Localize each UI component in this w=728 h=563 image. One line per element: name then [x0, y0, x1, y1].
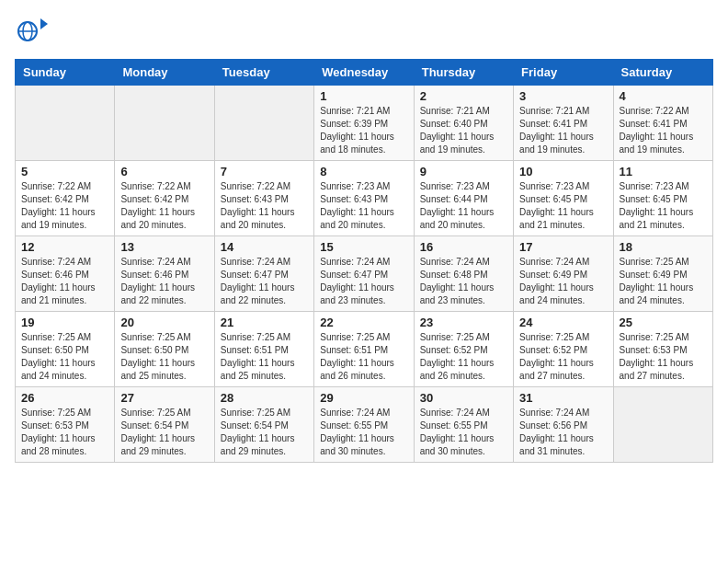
day-cell: 19Sunrise: 7:25 AM Sunset: 6:50 PM Dayli…: [16, 312, 115, 387]
week-row-2: 5Sunrise: 7:22 AM Sunset: 6:42 PM Daylig…: [16, 161, 713, 236]
day-number: 23: [420, 316, 507, 329]
day-cell: [16, 86, 115, 161]
day-cell: 14Sunrise: 7:24 AM Sunset: 6:47 PM Dayli…: [214, 236, 313, 312]
day-number: 25: [620, 316, 707, 329]
day-info: Sunrise: 7:21 AM Sunset: 6:40 PM Dayligh…: [420, 105, 507, 156]
day-cell: 17Sunrise: 7:24 AM Sunset: 6:49 PM Dayli…: [514, 236, 613, 312]
day-number: 13: [120, 240, 208, 254]
day-number: 8: [320, 165, 407, 178]
day-info: Sunrise: 7:22 AM Sunset: 6:41 PM Dayligh…: [620, 105, 707, 156]
day-cell: 21Sunrise: 7:25 AM Sunset: 6:51 PM Dayli…: [214, 312, 313, 387]
day-number: 30: [420, 391, 507, 405]
day-info: Sunrise: 7:24 AM Sunset: 6:47 PM Dayligh…: [221, 256, 308, 307]
day-number: 10: [519, 165, 607, 178]
day-number: 9: [420, 165, 507, 178]
day-info: Sunrise: 7:24 AM Sunset: 6:56 PM Dayligh…: [519, 407, 607, 458]
day-info: Sunrise: 7:24 AM Sunset: 6:49 PM Dayligh…: [519, 256, 607, 307]
day-cell: 16Sunrise: 7:24 AM Sunset: 6:48 PM Dayli…: [414, 236, 513, 312]
day-cell: 4Sunrise: 7:22 AM Sunset: 6:41 PM Daylig…: [613, 86, 712, 161]
day-cell: 20Sunrise: 7:25 AM Sunset: 6:50 PM Dayli…: [115, 312, 214, 387]
day-number: 20: [120, 316, 208, 329]
day-info: Sunrise: 7:23 AM Sunset: 6:43 PM Dayligh…: [320, 180, 407, 232]
header-day-wednesday: Wednesday: [314, 60, 414, 86]
day-info: Sunrise: 7:25 AM Sunset: 6:50 PM Dayligh…: [21, 331, 108, 383]
header-day-sunday: Sunday: [16, 60, 115, 86]
day-info: Sunrise: 7:25 AM Sunset: 6:52 PM Dayligh…: [519, 331, 607, 383]
day-info: Sunrise: 7:23 AM Sunset: 6:44 PM Dayligh…: [420, 180, 507, 232]
day-number: 27: [120, 391, 208, 405]
svg-marker-3: [40, 18, 48, 29]
page-header: [15, 15, 713, 48]
day-number: 4: [620, 89, 707, 103]
day-cell: 11Sunrise: 7:23 AM Sunset: 6:45 PM Dayli…: [613, 161, 712, 236]
day-cell: 26Sunrise: 7:25 AM Sunset: 6:53 PM Dayli…: [16, 387, 115, 463]
header-day-monday: Monday: [115, 60, 214, 86]
day-number: 22: [320, 316, 407, 329]
day-cell: 12Sunrise: 7:24 AM Sunset: 6:46 PM Dayli…: [16, 236, 115, 312]
day-info: Sunrise: 7:21 AM Sunset: 6:39 PM Dayligh…: [320, 105, 407, 156]
day-cell: 15Sunrise: 7:24 AM Sunset: 6:47 PM Dayli…: [314, 236, 414, 312]
day-number: 6: [120, 165, 208, 178]
day-info: Sunrise: 7:25 AM Sunset: 6:49 PM Dayligh…: [620, 256, 707, 307]
day-info: Sunrise: 7:25 AM Sunset: 6:54 PM Dayligh…: [120, 407, 208, 458]
day-cell: 31Sunrise: 7:24 AM Sunset: 6:56 PM Dayli…: [514, 387, 613, 463]
header-row: SundayMondayTuesdayWednesdayThursdayFrid…: [16, 60, 713, 86]
day-cell: [214, 86, 313, 161]
day-info: Sunrise: 7:25 AM Sunset: 6:53 PM Dayligh…: [620, 331, 707, 383]
day-number: 26: [21, 391, 108, 405]
day-info: Sunrise: 7:24 AM Sunset: 6:46 PM Dayligh…: [21, 256, 108, 307]
day-cell: 27Sunrise: 7:25 AM Sunset: 6:54 PM Dayli…: [115, 387, 214, 463]
day-info: Sunrise: 7:21 AM Sunset: 6:41 PM Dayligh…: [519, 105, 607, 156]
day-info: Sunrise: 7:23 AM Sunset: 6:45 PM Dayligh…: [620, 180, 707, 232]
header-day-friday: Friday: [514, 60, 613, 86]
day-number: 2: [420, 89, 507, 103]
day-info: Sunrise: 7:24 AM Sunset: 6:47 PM Dayligh…: [320, 256, 407, 307]
day-number: 24: [519, 316, 607, 329]
day-number: 11: [620, 165, 707, 178]
day-cell: 5Sunrise: 7:22 AM Sunset: 6:42 PM Daylig…: [16, 161, 115, 236]
day-info: Sunrise: 7:22 AM Sunset: 6:42 PM Dayligh…: [120, 180, 208, 232]
calendar-table: SundayMondayTuesdayWednesdayThursdayFrid…: [15, 59, 713, 463]
day-info: Sunrise: 7:24 AM Sunset: 6:55 PM Dayligh…: [320, 407, 407, 458]
day-cell: 1Sunrise: 7:21 AM Sunset: 6:39 PM Daylig…: [314, 86, 414, 161]
day-info: Sunrise: 7:22 AM Sunset: 6:43 PM Dayligh…: [221, 180, 308, 232]
header-day-saturday: Saturday: [613, 60, 712, 86]
day-info: Sunrise: 7:25 AM Sunset: 6:51 PM Dayligh…: [320, 331, 407, 383]
day-info: Sunrise: 7:24 AM Sunset: 6:48 PM Dayligh…: [420, 256, 507, 307]
day-cell: 24Sunrise: 7:25 AM Sunset: 6:52 PM Dayli…: [514, 312, 613, 387]
day-cell: 9Sunrise: 7:23 AM Sunset: 6:44 PM Daylig…: [414, 161, 513, 236]
header-day-tuesday: Tuesday: [214, 60, 313, 86]
day-info: Sunrise: 7:25 AM Sunset: 6:53 PM Dayligh…: [21, 407, 108, 458]
day-info: Sunrise: 7:25 AM Sunset: 6:52 PM Dayligh…: [420, 331, 507, 383]
day-info: Sunrise: 7:25 AM Sunset: 6:54 PM Dayligh…: [221, 407, 308, 458]
day-number: 7: [221, 165, 308, 178]
day-number: 15: [320, 240, 407, 254]
day-cell: 10Sunrise: 7:23 AM Sunset: 6:45 PM Dayli…: [514, 161, 613, 236]
week-row-5: 26Sunrise: 7:25 AM Sunset: 6:53 PM Dayli…: [16, 387, 713, 463]
week-row-4: 19Sunrise: 7:25 AM Sunset: 6:50 PM Dayli…: [16, 312, 713, 387]
day-number: 21: [221, 316, 308, 329]
day-cell: 8Sunrise: 7:23 AM Sunset: 6:43 PM Daylig…: [314, 161, 414, 236]
logo: [15, 15, 51, 48]
day-info: Sunrise: 7:24 AM Sunset: 6:55 PM Dayligh…: [420, 407, 507, 458]
day-cell: 30Sunrise: 7:24 AM Sunset: 6:55 PM Dayli…: [414, 387, 513, 463]
day-number: 31: [519, 391, 607, 405]
day-number: 29: [320, 391, 407, 405]
day-cell: 18Sunrise: 7:25 AM Sunset: 6:49 PM Dayli…: [613, 236, 712, 312]
day-cell: 6Sunrise: 7:22 AM Sunset: 6:42 PM Daylig…: [115, 161, 214, 236]
day-number: 18: [620, 240, 707, 254]
week-row-3: 12Sunrise: 7:24 AM Sunset: 6:46 PM Dayli…: [16, 236, 713, 312]
day-number: 12: [21, 240, 108, 254]
logo-svg: [15, 15, 48, 48]
day-info: Sunrise: 7:24 AM Sunset: 6:46 PM Dayligh…: [120, 256, 208, 307]
day-cell: 25Sunrise: 7:25 AM Sunset: 6:53 PM Dayli…: [613, 312, 712, 387]
day-number: 28: [221, 391, 308, 405]
day-cell: 28Sunrise: 7:25 AM Sunset: 6:54 PM Dayli…: [214, 387, 313, 463]
day-cell: 22Sunrise: 7:25 AM Sunset: 6:51 PM Dayli…: [314, 312, 414, 387]
day-cell: 29Sunrise: 7:24 AM Sunset: 6:55 PM Dayli…: [314, 387, 414, 463]
day-number: 16: [420, 240, 507, 254]
calendar-body: 1Sunrise: 7:21 AM Sunset: 6:39 PM Daylig…: [16, 86, 713, 463]
calendar-header: SundayMondayTuesdayWednesdayThursdayFrid…: [16, 60, 713, 86]
day-number: 5: [21, 165, 108, 178]
day-cell: 23Sunrise: 7:25 AM Sunset: 6:52 PM Dayli…: [414, 312, 513, 387]
